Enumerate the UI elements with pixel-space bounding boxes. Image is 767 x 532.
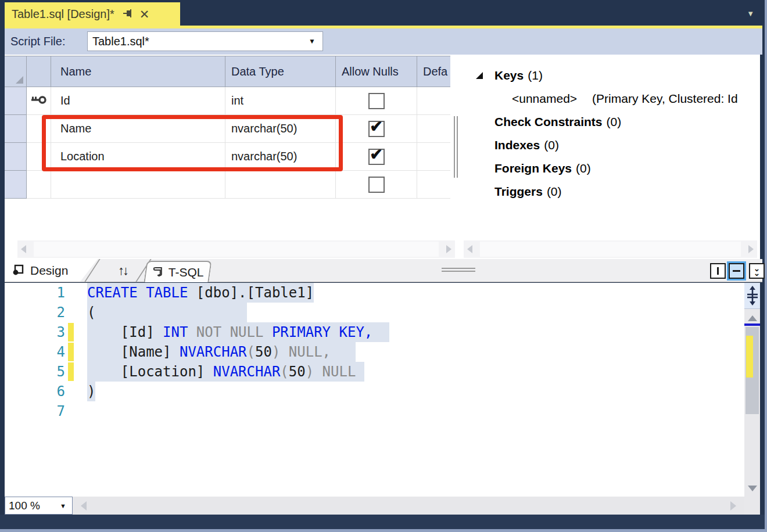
context-tree: Keys (1) <unnamed> (Primary Key, Cluster…	[455, 55, 760, 235]
tree-item-unnamed-key[interactable]: <unnamed> (Primary Key, Clustered: Id	[455, 87, 760, 110]
cell-default[interactable]	[417, 87, 450, 115]
table-row-name[interactable]: Name nvarchar(50) ✔	[5, 115, 450, 143]
code-token: )	[87, 383, 95, 400]
code-token: (	[87, 304, 247, 321]
cell-name[interactable]: Location	[51, 143, 225, 171]
cell-name[interactable]: Id	[51, 87, 225, 115]
horizontal-split-button[interactable]	[729, 263, 744, 279]
tree-item-foreign-keys[interactable]: Foreign Keys (0)	[455, 157, 760, 180]
document-list-dropdown-icon[interactable]: ▼	[747, 9, 754, 18]
code-line[interactable]: 4 [Name] NVARCHAR(50) NULL,	[5, 342, 744, 362]
cell-name[interactable]: Name	[51, 115, 225, 143]
scroll-left-icon[interactable]	[21, 245, 26, 253]
row-selector[interactable]	[5, 171, 27, 199]
cell-name[interactable]	[51, 171, 225, 199]
code-token: INT	[163, 324, 196, 340]
allow-nulls-checkbox[interactable]: ✔	[368, 93, 385, 109]
cell-data-type[interactable]: int	[225, 87, 336, 115]
code-token: NOT NULL	[196, 324, 272, 340]
tree-horizontal-scrollbar[interactable]	[464, 240, 757, 258]
code-token: [dbo].[Table1]	[196, 285, 314, 301]
zoom-level-value: 100 %	[9, 499, 60, 512]
header-name[interactable]: Name	[51, 56, 225, 87]
collapse-pane-button[interactable]: ⌄⌄	[749, 263, 765, 279]
tree-item-check-constraints[interactable]: Check Constraints (0)	[455, 110, 760, 134]
scroll-right-icon[interactable]	[730, 501, 736, 511]
header-default[interactable]: Defa	[417, 56, 450, 87]
editor-vertical-scrollbar[interactable]	[744, 283, 760, 515]
pin-icon[interactable]	[123, 8, 132, 20]
pane-drag-grip[interactable]	[442, 268, 475, 274]
document-tab[interactable]: Table1.sql [Design]* ✕	[5, 2, 180, 26]
vertical-split-button[interactable]	[710, 263, 726, 279]
allow-nulls-checkbox[interactable]: ✔	[368, 121, 385, 137]
double-chevron-down-icon: ⌄⌄	[754, 267, 760, 275]
code-token: 50	[255, 344, 272, 360]
tsql-code-editor[interactable]: 1CREATE TABLE [dbo].[Table1]2( 3 [Id] IN…	[5, 283, 744, 497]
split-window-handle[interactable]	[744, 283, 760, 309]
cell-default[interactable]	[417, 171, 450, 199]
code-token: )	[272, 344, 280, 360]
scroll-right-icon[interactable]	[446, 245, 451, 253]
scroll-up-icon[interactable]	[748, 315, 757, 321]
allow-nulls-checkbox[interactable]: ✔	[368, 177, 385, 193]
row-selector[interactable]	[5, 143, 27, 171]
tab-tsql[interactable]: T-SQL	[144, 261, 212, 282]
scroll-left-icon[interactable]	[81, 501, 87, 511]
script-file-combobox[interactable]: Table1.sql* ▼	[87, 31, 323, 51]
design-icon	[13, 264, 24, 278]
zoom-level-combobox[interactable]: 100 % ▼	[5, 497, 73, 515]
header-data-type[interactable]: Data Type	[225, 56, 336, 87]
row-selector[interactable]	[5, 115, 27, 143]
cell-data-type[interactable]: nvarchar(50)	[225, 143, 336, 171]
code-line[interactable]: 1CREATE TABLE [dbo].[Table1]	[5, 283, 744, 303]
tree-item-indexes[interactable]: Indexes (0)	[455, 134, 760, 157]
code-line[interactable]: 2(	[5, 303, 744, 322]
scroll-down-icon[interactable]	[748, 486, 757, 491]
code-line[interactable]: 5 [Location] NVARCHAR(50) NULL	[5, 362, 744, 382]
close-icon[interactable]: ✕	[139, 8, 150, 20]
row-icon-cell	[27, 87, 51, 115]
table-row-empty[interactable]: ✔	[5, 171, 450, 199]
editor-horizontal-scrollbar[interactable]	[73, 497, 744, 515]
table-row-location[interactable]: Location nvarchar(50) ✔	[5, 143, 450, 171]
code-text: [Location] NVARCHAR(50) NULL	[87, 362, 364, 382]
scroll-left-icon[interactable]	[467, 245, 472, 253]
code-text: )	[87, 382, 95, 401]
cell-default[interactable]	[417, 115, 450, 143]
caret-position-marker	[744, 323, 760, 326]
code-line[interactable]: 7	[5, 401, 744, 421]
row-icon-cell	[27, 171, 51, 199]
tree-item-keys[interactable]: Keys (1)	[455, 64, 760, 87]
combo-dropdown-icon[interactable]: ▼	[60, 502, 66, 509]
grid-corner-cell[interactable]	[5, 56, 27, 87]
scrollbar-thumb[interactable]	[480, 242, 741, 257]
allow-nulls-checkbox[interactable]: ✔	[368, 149, 385, 165]
tree-item-triggers[interactable]: Triggers (0)	[455, 180, 760, 203]
row-selector[interactable]	[5, 87, 27, 115]
code-token	[314, 364, 322, 380]
code-line[interactable]: 3 [Id] INT NOT NULL PRIMARY KEY,	[5, 322, 744, 342]
code-token: [Location]	[87, 364, 213, 380]
scrollbar-thumb[interactable]	[34, 242, 439, 257]
status-strip	[0, 515, 767, 532]
change-tracking-bar	[68, 362, 74, 381]
code-line[interactable]: 6)	[5, 382, 744, 401]
cell-data-type[interactable]	[225, 171, 336, 199]
header-allow-nulls[interactable]: Allow Nulls	[336, 56, 417, 87]
combo-dropdown-icon[interactable]: ▼	[309, 37, 316, 45]
table-row-id[interactable]: Id int ✔	[5, 87, 450, 115]
expanded-triangle-icon[interactable]	[476, 72, 483, 79]
tab-design[interactable]: Design	[5, 259, 105, 282]
code-token: NVARCHAR	[180, 344, 247, 360]
row-icon-cell	[27, 115, 51, 143]
designer-panel: Name Data Type Allow Nulls Defa Id int	[5, 55, 760, 259]
cell-data-type[interactable]: nvarchar(50)	[225, 115, 336, 143]
code-token: NVARCHAR	[213, 364, 281, 380]
document-tab-title: Table1.sql [Design]*	[12, 8, 114, 21]
cell-default[interactable]	[417, 143, 450, 171]
columns-grid: Name Data Type Allow Nulls Defa Id int	[5, 56, 450, 199]
code-text: [Id] INT NOT NULL PRIMARY KEY,	[87, 322, 389, 342]
grid-horizontal-scrollbar[interactable]	[17, 240, 455, 258]
scroll-right-icon[interactable]	[748, 245, 754, 253]
